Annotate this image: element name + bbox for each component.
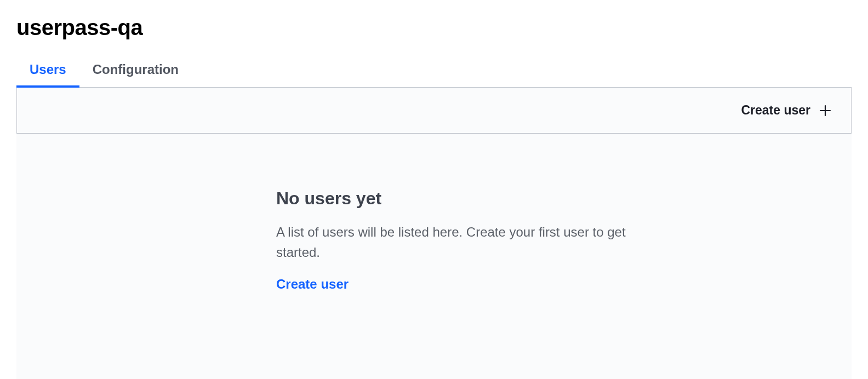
create-user-label: Create user (741, 103, 810, 118)
page-title: userpass-qa (16, 15, 852, 40)
empty-state: No users yet A list of users will be lis… (276, 188, 627, 292)
tabs: Users Configuration (16, 62, 852, 88)
create-user-link[interactable]: Create user (276, 277, 349, 291)
empty-state-heading: No users yet (276, 188, 627, 209)
empty-area: No users yet A list of users will be lis… (16, 134, 852, 379)
plus-icon (819, 105, 831, 117)
tab-users[interactable]: Users (30, 62, 66, 87)
toolbar: Create user (16, 88, 852, 134)
create-user-button[interactable]: Create user (741, 103, 831, 118)
empty-state-description: A list of users will be listed here. Cre… (276, 222, 627, 262)
tab-configuration[interactable]: Configuration (93, 62, 179, 87)
